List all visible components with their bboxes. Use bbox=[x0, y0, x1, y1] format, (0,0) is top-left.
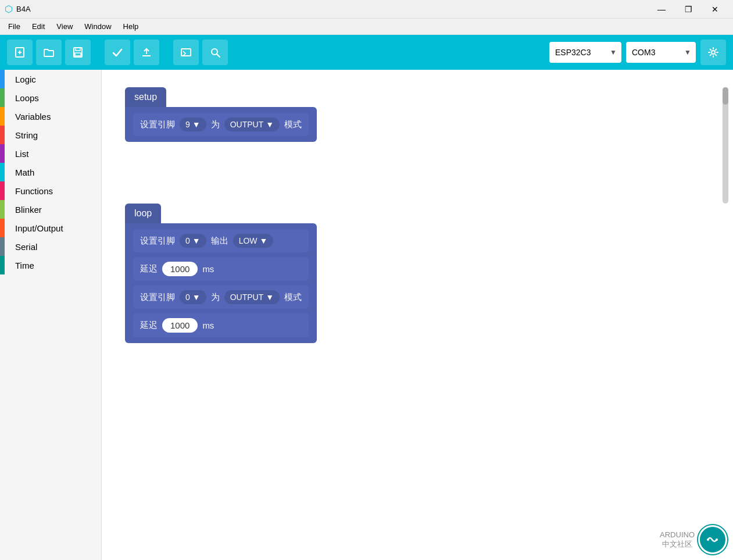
sidebar-label-time: Time bbox=[7, 261, 34, 270]
sidebar-item-serial[interactable]: Serial bbox=[0, 237, 101, 256]
loop-text5: 模式 bbox=[284, 292, 302, 303]
setup-pin-dropdown[interactable]: 9 ▼ bbox=[180, 117, 206, 131]
loop-delay1-badge: 1000 bbox=[162, 262, 198, 276]
sidebar-label-variables: Variables bbox=[7, 112, 51, 122]
blinker-color-dot bbox=[0, 200, 5, 219]
sidebar-label-inputoutput: Input/Output bbox=[7, 223, 63, 233]
close-button[interactable]: ✕ bbox=[702, 0, 728, 19]
svg-point-13 bbox=[716, 538, 718, 541]
functions-color-dot bbox=[0, 181, 5, 200]
list-color-dot bbox=[0, 144, 5, 163]
main-area: Logic Loops Variables String List Math F… bbox=[0, 70, 733, 560]
arduino-logo bbox=[698, 525, 727, 554]
watermark: ARDUINO 中文社区 bbox=[660, 525, 727, 554]
search-button[interactable] bbox=[202, 40, 228, 65]
variables-color-dot bbox=[0, 107, 5, 126]
loop-mode2-dropdown[interactable]: OUTPUT ▼ bbox=[224, 290, 280, 304]
sidebar-label-serial: Serial bbox=[7, 242, 37, 252]
setup-mode-dropdown[interactable]: OUTPUT ▼ bbox=[224, 117, 280, 131]
port-select-wrapper[interactable]: COM3 COM4 COM1 ▼ bbox=[626, 42, 696, 63]
loop-text1: 设置引脚 bbox=[140, 236, 175, 247]
sidebar-item-inputoutput[interactable]: Input/Output bbox=[0, 219, 101, 237]
setup-block: setup 设置引脚 9 ▼ 为 OUTPUT ▼ 模式 bbox=[125, 87, 317, 142]
sidebar-item-functions[interactable]: Functions bbox=[0, 181, 101, 200]
menu-view[interactable]: View bbox=[51, 19, 78, 35]
menu-edit[interactable]: Edit bbox=[26, 19, 51, 35]
svg-rect-8 bbox=[181, 49, 191, 56]
sidebar-label-logic: Logic bbox=[7, 74, 36, 84]
save-file-button[interactable] bbox=[65, 40, 91, 65]
new-file-button[interactable] bbox=[7, 40, 33, 65]
svg-point-12 bbox=[707, 538, 709, 541]
sidebar-label-loops: Loops bbox=[7, 93, 39, 103]
loop-text2: 输出 bbox=[211, 236, 228, 247]
serial-color-dot bbox=[0, 237, 5, 256]
loop-delay1-ms: ms bbox=[202, 264, 214, 274]
loop-delay-text2: 延迟 bbox=[140, 320, 158, 331]
board-select-wrapper[interactable]: ESP32C3 ESP32 Arduino UNO ▼ bbox=[549, 42, 621, 63]
app-title: B4A bbox=[16, 5, 31, 13]
upload-button[interactable] bbox=[134, 40, 159, 65]
sidebar-label-list: List bbox=[7, 149, 28, 159]
loop-text3: 设置引脚 bbox=[140, 292, 175, 303]
serial-monitor-button[interactable] bbox=[173, 40, 199, 65]
sidebar-item-time[interactable]: Time bbox=[0, 256, 101, 274]
minimize-button[interactable]: — bbox=[648, 0, 675, 19]
svg-line-10 bbox=[217, 54, 220, 57]
setup-text1: 设置引脚 bbox=[140, 119, 175, 130]
setup-text3: 模式 bbox=[284, 119, 302, 130]
toolbar: ESP32C3 ESP32 Arduino UNO ▼ COM3 COM4 CO… bbox=[0, 35, 733, 70]
loop-block-header: loop bbox=[125, 204, 161, 223]
sidebar-item-list[interactable]: List bbox=[0, 144, 101, 163]
menu-file[interactable]: File bbox=[2, 19, 26, 35]
svg-rect-5 bbox=[75, 53, 81, 56]
app-icon: ⬡ bbox=[5, 3, 13, 15]
loop-pin1-dropdown[interactable]: 0 ▼ bbox=[180, 234, 206, 248]
loop-row1: 设置引脚 0 ▼ 输出 LOW ▼ bbox=[133, 229, 309, 252]
setup-row1: 设置引脚 9 ▼ 为 OUTPUT ▼ 模式 bbox=[133, 113, 309, 136]
sidebar-item-blinker[interactable]: Blinker bbox=[0, 200, 101, 219]
loop-text4: 为 bbox=[211, 292, 220, 303]
loop-row3: 设置引脚 0 ▼ 为 OUTPUT ▼ 模式 bbox=[133, 286, 309, 309]
loop-row4: 延迟 1000 ms bbox=[133, 313, 309, 337]
sidebar-label-functions: Functions bbox=[7, 186, 53, 196]
loop-block-body: 设置引脚 0 ▼ 输出 LOW ▼ 延迟 1000 ms bbox=[125, 223, 317, 343]
loop-row2: 延迟 1000 ms bbox=[133, 257, 309, 281]
title-bar: ⬡ B4A — ❐ ✕ bbox=[0, 0, 733, 19]
verify-button[interactable] bbox=[105, 40, 130, 65]
loop-pin2-dropdown[interactable]: 0 ▼ bbox=[180, 290, 206, 304]
sidebar-item-variables[interactable]: Variables bbox=[0, 107, 101, 126]
loop-value-dropdown[interactable]: LOW ▼ bbox=[233, 234, 274, 248]
svg-rect-4 bbox=[76, 48, 80, 51]
menu-window[interactable]: Window bbox=[78, 19, 117, 35]
menu-help[interactable]: Help bbox=[117, 19, 145, 35]
sidebar-label-math: Math bbox=[7, 167, 34, 177]
time-color-dot bbox=[0, 256, 5, 274]
title-bar-controls: — ❐ ✕ bbox=[648, 0, 728, 19]
toolbar-right: ESP32C3 ESP32 Arduino UNO ▼ COM3 COM4 CO… bbox=[549, 40, 726, 65]
sidebar-label-blinker: Blinker bbox=[7, 205, 42, 215]
logic-color-dot bbox=[0, 70, 5, 88]
board-select[interactable]: ESP32C3 ESP32 Arduino UNO bbox=[549, 42, 621, 63]
setup-block-header: setup bbox=[125, 87, 166, 107]
loop-delay2-ms: ms bbox=[202, 320, 214, 330]
string-color-dot bbox=[0, 126, 5, 144]
loop-delay-text1: 延迟 bbox=[140, 263, 158, 274]
canvas-area[interactable]: setup 设置引脚 9 ▼ 为 OUTPUT ▼ 模式 bbox=[102, 70, 733, 560]
sidebar-item-string[interactable]: String bbox=[0, 126, 101, 144]
sidebar-item-math[interactable]: Math bbox=[0, 163, 101, 181]
loop-block: loop 设置引脚 0 ▼ 输出 LOW ▼ bbox=[125, 204, 317, 343]
scrollbar-thumb[interactable] bbox=[723, 87, 728, 105]
scrollbar-track[interactable] bbox=[723, 87, 728, 204]
sidebar-item-loops[interactable]: Loops bbox=[0, 88, 101, 107]
open-file-button[interactable] bbox=[36, 40, 62, 65]
maximize-button[interactable]: ❐ bbox=[675, 0, 702, 19]
sidebar-item-logic[interactable]: Logic bbox=[0, 70, 101, 88]
sidebar-label-string: String bbox=[7, 130, 38, 140]
title-bar-left: ⬡ B4A bbox=[5, 3, 31, 15]
loop-delay2-badge: 1000 bbox=[162, 318, 198, 333]
arduino-text: ARDUINO 中文社区 bbox=[660, 530, 695, 548]
inputoutput-color-dot bbox=[0, 219, 5, 237]
settings-button[interactable] bbox=[700, 40, 726, 65]
port-select[interactable]: COM3 COM4 COM1 bbox=[626, 42, 696, 63]
